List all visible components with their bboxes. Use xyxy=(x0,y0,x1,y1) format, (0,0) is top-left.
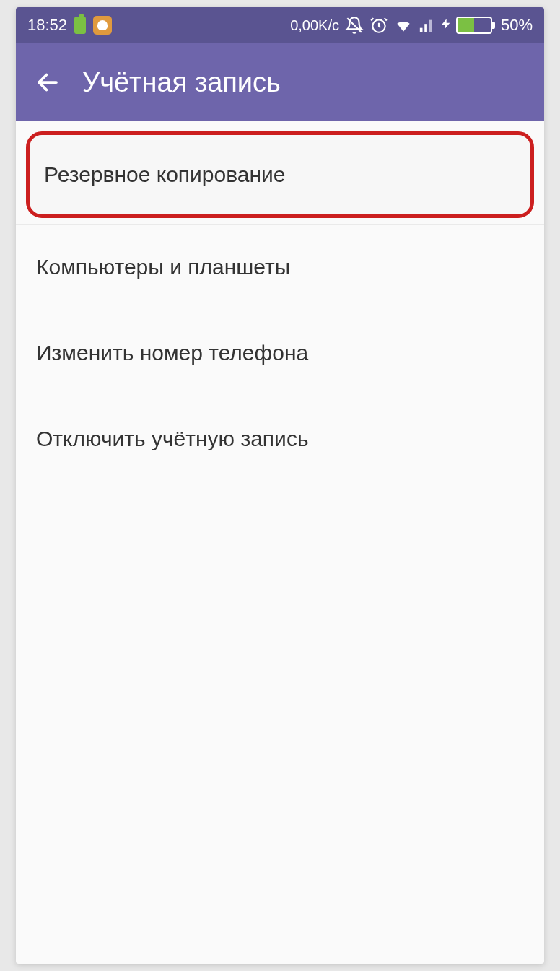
alarm-icon xyxy=(369,16,388,35)
menu-item-label: Резервное копирование xyxy=(44,162,286,186)
status-time: 18:52 xyxy=(27,16,67,35)
signal-icon xyxy=(419,17,434,33)
menu-item-label: Компьютеры и планшеты xyxy=(36,255,290,279)
status-right: 0,00K/c xyxy=(290,15,533,36)
svg-rect-2 xyxy=(420,28,423,32)
device-frame: 18:52 0,00K/c xyxy=(16,7,544,964)
charging-icon xyxy=(440,15,452,36)
battery-percent: 50% xyxy=(501,16,533,35)
status-left: 18:52 xyxy=(27,16,112,35)
menu-item-label: Отключить учётную запись xyxy=(36,427,309,450)
back-button[interactable] xyxy=(33,68,62,97)
menu-item-change-phone[interactable]: Изменить номер телефона xyxy=(16,310,544,396)
menu-item-backup[interactable]: Резервное копирование xyxy=(26,131,534,218)
network-speed: 0,00K/c xyxy=(290,17,339,34)
menu-item-label: Изменить номер телефона xyxy=(36,341,308,365)
app-bar: Учётная запись xyxy=(16,43,544,121)
content-area: Резервное копирование Компьютеры и планш… xyxy=(16,131,544,482)
app-notification-icon xyxy=(93,16,112,35)
battery-saver-icon xyxy=(74,17,86,34)
menu-item-deactivate-account[interactable]: Отключить учётную запись xyxy=(16,396,544,482)
svg-rect-3 xyxy=(424,24,427,32)
page-title: Учётная запись xyxy=(82,67,281,98)
svg-rect-4 xyxy=(429,20,432,32)
status-bar: 18:52 0,00K/c xyxy=(16,7,544,43)
wifi-icon xyxy=(394,16,413,35)
battery-icon xyxy=(456,17,492,34)
mute-icon xyxy=(345,16,364,35)
menu-item-computers-tablets[interactable]: Компьютеры и планшеты xyxy=(16,225,544,310)
